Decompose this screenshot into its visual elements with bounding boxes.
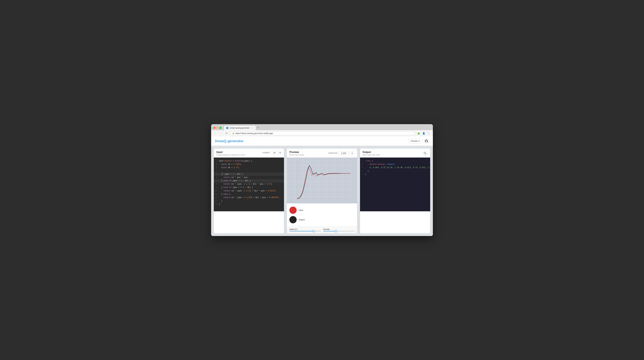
- out-line-1: 1 :root {: [360, 160, 430, 163]
- svg-rect-2: [425, 153, 426, 154]
- toolbar-right: 🧩 👤 ⋮: [416, 131, 431, 136]
- code-line-7: 7 } else if (pos < 2 / d1) {: [214, 179, 284, 182]
- easing-curve-svg: [287, 158, 357, 203]
- window-controls: [213, 127, 222, 129]
- code-line-1: 1 self.bounce = function(pos) {: [214, 160, 284, 163]
- preview-panel: Preview Here's how it looks: DURATION ⏸: [287, 148, 357, 233]
- play-pause-button[interactable]: ⏸: [350, 151, 355, 156]
- code-line-13: 13 }: [214, 199, 284, 203]
- preview-graph-area: [287, 158, 357, 203]
- browser-toolbar: ← → ↻ 🔒 https://linear-easing-generator.…: [211, 130, 433, 137]
- format-label: FORMAT: [262, 152, 270, 154]
- presets-label: Presets: [411, 140, 418, 142]
- forward-button[interactable]: →: [219, 131, 223, 136]
- code-line-14: 14 }: [214, 203, 284, 206]
- code-line-12: 12 return n1 * (pos -= 2.625 / d1) * pos…: [214, 196, 284, 199]
- animation-demo: Input Output: [287, 203, 357, 226]
- browser-tab[interactable]: Linear easing generator ×: [224, 126, 256, 130]
- browser-content: linear() generator Presets ▾ Inp: [211, 137, 433, 236]
- copy-icon: [424, 152, 426, 155]
- lock-icon: 🔒: [232, 132, 234, 134]
- out-line-5: 5 }: [360, 173, 430, 176]
- duration-label: DURATION: [329, 152, 338, 154]
- presets-button[interactable]: Presets ▾: [408, 139, 422, 143]
- code-line-4: 4: [214, 170, 284, 173]
- profile-button[interactable]: 👤: [422, 131, 426, 136]
- header-right: Presets ▾: [408, 138, 429, 144]
- address-bar[interactable]: 🔒 https://linear-easing-generator.netlif…: [230, 131, 415, 135]
- input-ball: [289, 206, 297, 214]
- app-header: linear() generator Presets ▾: [211, 137, 433, 146]
- app-logo: linear() generator: [215, 139, 244, 143]
- out-line-2: 2 --bounce-easing: linear(: [360, 163, 430, 166]
- browser-window: Linear easing generator × + ← → ↻ 🔒 http…: [211, 124, 433, 236]
- input-panel-title: Input: [216, 151, 245, 154]
- format-select[interactable]: JS SVG: [271, 151, 282, 155]
- duration-group: DURATION ⏸: [329, 151, 355, 156]
- out-line-3: 3 0, 0.063, 0.25 18.2%, 1 36.4%, 0.813, …: [360, 166, 430, 170]
- input-panel-header: Input Provide easing as JavaScript or SV…: [214, 149, 284, 158]
- close-button[interactable]: [213, 127, 216, 129]
- code-line-3: 3 const d1 = 2.75;: [214, 166, 284, 170]
- input-panel-subtitle: Provide easing as JavaScript or SVG: [216, 154, 245, 156]
- code-line-10: 10 return n1 * (pos -= 2.25 / d1) * pos …: [214, 189, 284, 193]
- input-panel-controls: FORMAT JS SVG: [262, 151, 282, 155]
- round-group: ROUND: [323, 229, 355, 231]
- refresh-button[interactable]: ↻: [224, 131, 229, 136]
- input-panel: Input Provide easing as JavaScript or SV…: [214, 148, 284, 233]
- pause-icon: ⏸: [351, 152, 353, 154]
- preview-panel-subtitle: Here's how it looks:: [289, 154, 304, 156]
- browser-titlebar: Linear easing generator × +: [211, 124, 433, 130]
- output-code-editor[interactable]: 1 :root { 2 --bounce-easing: linear( 3 0…: [360, 158, 430, 211]
- output-ball-row: Output: [289, 216, 354, 223]
- chevron-down-icon: ▾: [418, 140, 420, 142]
- panels: Input Provide easing as JavaScript or SV…: [211, 146, 433, 236]
- output-panel-header: Output Some shiny new CSS!: [360, 149, 430, 158]
- new-tab-button[interactable]: +: [256, 126, 260, 130]
- output-ball: [289, 216, 297, 223]
- input-ball-label: Input: [298, 209, 303, 211]
- tab-title: Linear easing generator: [230, 127, 250, 129]
- back-button[interactable]: ←: [213, 131, 218, 136]
- simplify-slider[interactable]: [289, 231, 321, 231]
- bottom-controls: SIMPLIFY ROUND: [287, 226, 357, 233]
- code-line-11: 11 } else {: [214, 193, 284, 196]
- preview-panel-title: Preview: [289, 151, 304, 154]
- duration-input[interactable]: [339, 151, 348, 155]
- minimize-button[interactable]: [216, 127, 218, 129]
- code-line-2: 2 const n1 = 7.5625;: [214, 163, 284, 166]
- output-panel: Output Some shiny new CSS! 1 :root {: [360, 148, 430, 233]
- url-text: https://linear-easing-generator.netlify.…: [235, 132, 273, 135]
- maximize-button[interactable]: [219, 127, 222, 129]
- code-line-9: 9 } else if (pos < 2.5 / d1) {: [214, 186, 284, 189]
- output-ball-label: Output: [298, 218, 305, 221]
- tab-bar: Linear easing generator × +: [224, 126, 431, 130]
- input-ball-row: Input: [289, 206, 354, 214]
- preview-panel-header: Preview Here's how it looks: DURATION ⏸: [287, 149, 357, 158]
- simplify-group: SIMPLIFY: [289, 229, 321, 231]
- output-panel-subtitle: Some shiny new CSS!: [362, 154, 380, 156]
- extensions-button[interactable]: 🧩: [416, 131, 421, 136]
- code-editor[interactable]: 1 self.bounce = function(pos) { 2 const …: [214, 158, 284, 211]
- code-line-8: 8 return n1 * (pos -= 1.5 / d1) * pos + …: [214, 182, 284, 186]
- code-line-5: 5 if (pos < 1 / d1) {: [214, 173, 284, 176]
- tab-favicon: [226, 127, 228, 129]
- copy-button[interactable]: [422, 151, 428, 156]
- github-icon: [425, 140, 428, 143]
- github-button[interactable]: [424, 138, 429, 144]
- code-line-6: 6 return n1 * pos * pos;: [214, 176, 284, 179]
- out-line-4: 4 );: [360, 170, 430, 173]
- tab-close-button[interactable]: ×: [251, 127, 254, 129]
- menu-button[interactable]: ⋮: [426, 131, 431, 136]
- round-slider[interactable]: [323, 231, 355, 231]
- output-panel-title: Output: [362, 151, 380, 154]
